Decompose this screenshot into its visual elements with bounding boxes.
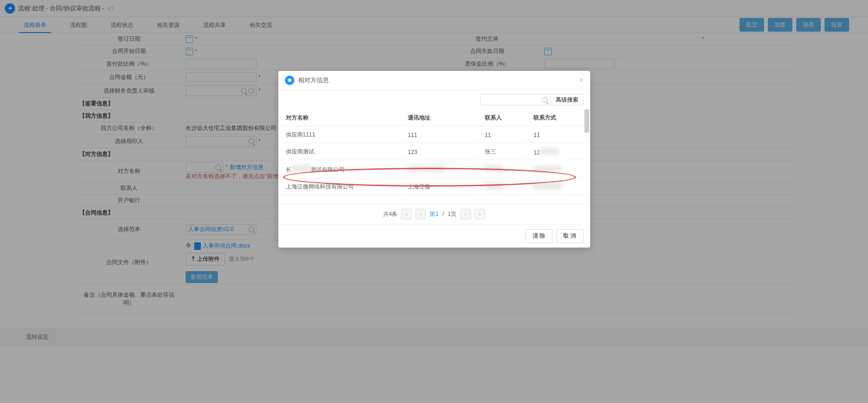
pager-last-button[interactable]: » <box>474 209 485 219</box>
pager-total-pages: 1页 <box>448 210 457 218</box>
blurred-text <box>408 165 446 172</box>
col-phone: 联系方式 <box>527 110 589 126</box>
col-addr: 通讯地址 <box>401 110 477 126</box>
blurred-text <box>292 165 310 171</box>
table-row[interactable]: 供应商11111111111 <box>279 127 589 143</box>
pager-next-button[interactable]: › <box>460 209 471 219</box>
pager-total: 共4条 <box>383 210 398 218</box>
modal-search-input[interactable] <box>480 94 551 105</box>
pager-first-button[interactable]: « <box>401 209 412 219</box>
blurred-text <box>540 148 559 154</box>
pagination: 共4条 « ‹ 第1 / 1页 › » <box>278 204 590 224</box>
col-contact: 联系人 <box>478 110 526 126</box>
counterparty-modal: ✱ 相对方信息 × 高级搜索 对方名称 通讯地址 联系人 联系方式 供应商111… <box>278 71 590 248</box>
advanced-search-button[interactable]: 高级搜索 <box>551 94 584 105</box>
close-icon[interactable]: × <box>579 76 583 85</box>
pager-prev-button[interactable]: ‹ <box>415 209 426 219</box>
cancel-button[interactable]: 取 消 <box>556 229 583 243</box>
search-icon <box>542 97 548 103</box>
modal-title: 相对方信息 <box>298 76 329 85</box>
blurred-text <box>485 183 504 189</box>
counterparty-table: 对方名称 通讯地址 联系人 联系方式 供应商11111111111 供应商测试1… <box>278 109 590 196</box>
table-row[interactable]: 长测试有限公司 <box>279 161 589 178</box>
modal-icon: ✱ <box>285 76 294 85</box>
blurred-text <box>533 165 562 172</box>
col-name: 对方名称 <box>279 110 400 126</box>
blurred-text <box>533 183 562 189</box>
scrollbar[interactable] <box>584 109 589 133</box>
table-row[interactable]: 供应商测试123张三12 <box>279 144 589 160</box>
clear-button[interactable]: 清 除 <box>525 229 552 243</box>
blurred-text <box>485 165 504 172</box>
pager-current: 第1 <box>430 210 438 218</box>
table-row[interactable]: 上海泛微网络科技有限公司上海泛微 <box>279 179 589 195</box>
